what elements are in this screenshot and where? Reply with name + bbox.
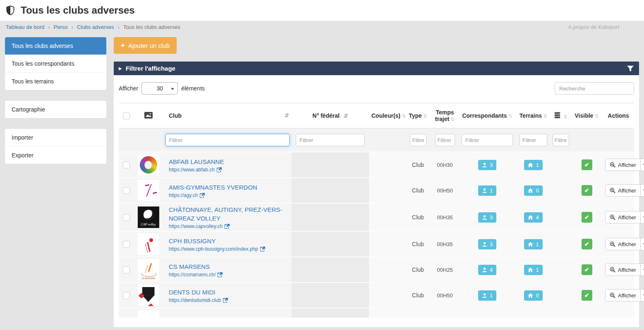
sort-icon[interactable]: ⇅ xyxy=(508,113,512,119)
sort-icon[interactable]: ⇅ xyxy=(543,113,547,119)
column-header-travel[interactable]: Temps trajet⇅ xyxy=(431,103,459,128)
filter-input-travel[interactable] xyxy=(435,134,455,146)
visible-toggle[interactable]: ✔ xyxy=(582,264,592,275)
actions-dropdown-toggle[interactable] xyxy=(640,211,644,223)
sidebar-item-exporter[interactable]: Exporter xyxy=(5,146,106,164)
club-url-link[interactable]: https://agy.ch xyxy=(169,192,198,198)
breadcrumb-perso[interactable]: Perso xyxy=(54,24,68,30)
magnifier-plus-icon xyxy=(610,188,615,193)
filter-input-correspondents[interactable] xyxy=(462,134,513,146)
sidebar-item-tous-les-correspondants[interactable]: Tous les correspondants xyxy=(5,55,106,72)
show-club-button[interactable]: Afficher xyxy=(606,238,640,250)
club-name-link[interactable]: CPH BUSSIGNY xyxy=(169,237,289,245)
visible-toggle[interactable]: ✔ xyxy=(582,239,592,249)
actions-button-group: Afficher xyxy=(605,184,644,197)
column-header-club[interactable]: Club ⇵ xyxy=(163,103,292,128)
visible-toggle[interactable]: ✔ xyxy=(582,290,592,301)
column-header-federal[interactable]: N° fédéral ⇵ xyxy=(292,103,369,128)
show-club-button[interactable]: Afficher xyxy=(606,290,640,301)
grounds-badge[interactable]: 1 xyxy=(524,160,542,170)
row-checkbox[interactable] xyxy=(123,161,130,169)
club-url-link[interactable]: https://csmarsens.ch/ xyxy=(169,272,215,278)
show-club-button[interactable]: Afficher xyxy=(606,264,640,275)
correspondents-badge[interactable]: 1 xyxy=(478,185,496,196)
actions-dropdown-toggle[interactable] xyxy=(640,238,644,250)
club-logo xyxy=(138,310,159,318)
magnifier-plus-icon xyxy=(610,162,615,168)
sidebar-item-cartographie[interactable]: Cartographie xyxy=(5,101,106,118)
sidebar-item-importer[interactable]: Importer xyxy=(5,129,106,146)
actions-dropdown-toggle[interactable] xyxy=(640,185,644,196)
correspondents-badge[interactable]: 3 xyxy=(478,212,496,223)
sort-icon[interactable]: ⇵ xyxy=(285,112,289,119)
show-club-button[interactable]: Afficher xyxy=(606,211,640,223)
table-row: CS MARSENS CS MARSENS https://csmarsens.… xyxy=(119,257,634,283)
club-name-link[interactable]: DENTS DU MIDI xyxy=(169,288,289,297)
club-url-link[interactable]: https://www.capvolley.ch xyxy=(169,223,223,229)
visible-toggle[interactable]: ✔ xyxy=(582,212,592,223)
club-name-link[interactable]: CS MARSENS xyxy=(169,262,289,271)
correspondents-badge[interactable]: 1 xyxy=(478,290,496,301)
column-header-grounds[interactable]: Terrains⇅ xyxy=(516,103,551,128)
club-url-link[interactable]: https://dentsdumidi.club xyxy=(169,297,221,303)
filter-panel-header[interactable]: ▶ Filtrer l'affichage xyxy=(114,62,639,75)
sort-icon[interactable]: ⇵ xyxy=(344,113,348,119)
club-type: Club xyxy=(412,292,424,299)
add-club-button[interactable]: + Ajouter un club xyxy=(114,37,177,54)
page-header: Tous les clubs adverses xyxy=(0,0,644,21)
breadcrumb-dashboard[interactable]: Tableau de bord xyxy=(6,24,44,30)
home-icon xyxy=(528,215,533,220)
row-checkbox[interactable] xyxy=(123,241,130,248)
sidebar-item-tous-les-terrains[interactable]: Tous les terrains xyxy=(5,72,106,90)
actions-dropdown-toggle[interactable] xyxy=(640,159,644,171)
filter-input-database[interactable] xyxy=(553,134,569,146)
select-all-checkbox[interactable] xyxy=(123,112,130,119)
column-header-type[interactable]: Type⇅ xyxy=(405,103,431,128)
sort-icon[interactable]: ⇅ xyxy=(402,113,406,119)
page-length-select[interactable]: 30 xyxy=(141,82,178,95)
club-name-link[interactable]: CHÂTONNAYE, AUTIGNY, PREZ-VERS-NOREAZ VO… xyxy=(169,205,289,223)
correspondents-badge[interactable]: 4 xyxy=(478,265,496,275)
grounds-badge[interactable]: 0 xyxy=(524,290,542,301)
about-kalisport-link[interactable]: A propos de Kalisport xyxy=(568,24,619,30)
club-type: Club xyxy=(412,187,424,194)
correspondents-badge[interactable]: 3 xyxy=(478,160,496,170)
breadcrumb-clubs-adverses[interactable]: Clubs adverses xyxy=(77,24,114,30)
sort-icon[interactable]: ⇅ xyxy=(423,113,427,119)
correspondents-badge[interactable]: 3 xyxy=(478,239,496,249)
show-club-button[interactable]: Afficher xyxy=(606,185,640,196)
magnifier-plus-icon xyxy=(610,267,615,273)
sort-icon[interactable]: ⇅ xyxy=(563,114,567,120)
column-header-visible[interactable]: Visible⇅ xyxy=(571,103,603,128)
filter-funnel-icon[interactable] xyxy=(627,65,634,72)
row-checkbox[interactable] xyxy=(123,187,130,194)
club-name-link[interactable]: ABFAB LAUSANNE xyxy=(169,157,289,166)
grounds-badge[interactable]: 0 xyxy=(524,185,542,196)
filter-input-type[interactable] xyxy=(410,134,426,146)
sidebar-item-tous-les-clubs-adverses[interactable]: Tous les clubs adverses xyxy=(5,37,106,55)
row-checkbox[interactable] xyxy=(123,266,130,273)
filter-input-grounds[interactable] xyxy=(520,134,547,146)
sort-icon[interactable]: ⇅ xyxy=(450,116,455,122)
club-name-link[interactable]: AMIS-GYMNASTES YVERDON xyxy=(169,183,289,192)
search-input[interactable] xyxy=(555,82,634,95)
actions-dropdown-toggle[interactable] xyxy=(640,264,644,275)
grounds-badge[interactable]: 1 xyxy=(524,239,542,249)
column-header-correspondents[interactable]: Correspondants⇅ xyxy=(459,103,516,128)
row-checkbox[interactable] xyxy=(123,214,130,221)
column-header-database[interactable]: ⇅ xyxy=(551,103,571,128)
sort-icon[interactable]: ⇅ xyxy=(594,113,599,119)
actions-dropdown-toggle[interactable] xyxy=(640,290,644,301)
club-url-link[interactable]: https://www.abfab.ch xyxy=(169,167,215,173)
column-header-colors[interactable]: Couleur(s)⇅ xyxy=(369,103,405,128)
row-checkbox[interactable] xyxy=(123,292,130,299)
visible-toggle[interactable]: ✔ xyxy=(582,159,592,170)
grounds-badge[interactable]: 4 xyxy=(524,212,542,223)
actions-button-group: Afficher xyxy=(605,238,644,250)
filter-input-federal[interactable] xyxy=(296,134,365,146)
filter-input-club[interactable] xyxy=(165,134,290,146)
visible-toggle[interactable]: ✔ xyxy=(582,185,592,196)
grounds-badge[interactable]: 1 xyxy=(524,265,542,275)
show-club-button[interactable]: Afficher xyxy=(606,159,640,171)
club-url-link[interactable]: https://www.cph-bussigny.com/index.php xyxy=(169,246,258,252)
